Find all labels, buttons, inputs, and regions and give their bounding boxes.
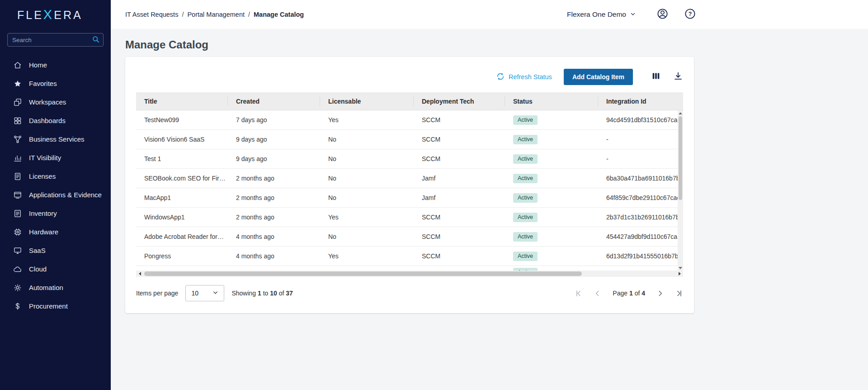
previous-page-button[interactable] (594, 290, 601, 297)
scroll-right-arrow-icon[interactable] (676, 271, 683, 277)
table-row[interactable]: WindowsApp1 2 months ago Yes SCCM Active… (136, 208, 683, 227)
cell-integration-id: - (598, 136, 683, 143)
column-header-licensable[interactable]: Licensable (320, 96, 414, 106)
table-row[interactable]: MacApp1 2 months ago No Jamf Active 64f8… (136, 188, 683, 208)
sidebar-item-automation[interactable]: Automation (0, 278, 111, 297)
download-icon (673, 71, 683, 83)
sidebar-search (7, 33, 104, 47)
cell-licensable: No (320, 155, 414, 162)
column-settings-button[interactable] (651, 71, 661, 83)
cell-deployment-tech: SCCM (414, 116, 505, 124)
cell-licensable: Yes (320, 252, 414, 260)
sidebar-item-procurement[interactable]: Procurement (0, 297, 111, 315)
breadcrumb-it-asset-requests[interactable]: IT Asset Requests (125, 11, 178, 18)
sidebar-item-hardware[interactable]: Hardware (0, 223, 111, 241)
vertical-scrollbar[interactable] (678, 110, 683, 271)
star-icon (13, 79, 22, 88)
sidebar-item-label: Cloud (29, 265, 47, 273)
sidebar-item-business-services[interactable]: Business Services (0, 130, 111, 148)
cell-deployment-tech: SCCM (414, 155, 505, 162)
status-badge: Active (513, 213, 538, 222)
column-header-created[interactable]: Created (228, 96, 320, 106)
column-header-title[interactable]: Title (136, 96, 228, 106)
sidebar-item-dashboards[interactable]: Dashboards (0, 111, 111, 130)
sidebar-item-label: Applications & Evidence (29, 191, 102, 199)
column-header-deployment-tech[interactable]: Deployment Tech (414, 96, 505, 106)
sidebar-item-licenses[interactable]: Licenses (0, 167, 111, 185)
cell-integration-id: 2b37d1c31b26911016b7b… (598, 214, 683, 221)
breadcrumb-portal-management[interactable]: Portal Management (187, 11, 245, 18)
sidebar-item-favorites[interactable]: Favorites (0, 74, 111, 93)
export-button[interactable] (673, 71, 683, 83)
card-toolbar: Refresh Status Add Catalog Item (125, 57, 694, 92)
account-button[interactable] (656, 8, 669, 22)
column-header-integration-id[interactable]: Integration Id (598, 96, 683, 106)
add-catalog-item-button[interactable]: Add Catalog Item (564, 69, 633, 85)
licenses-icon (13, 172, 22, 181)
cell-licensable: No (320, 194, 414, 201)
vertical-scroll-thumb[interactable] (679, 116, 682, 200)
scroll-up-arrow-icon[interactable] (678, 110, 683, 116)
scroll-down-arrow-icon[interactable] (678, 265, 683, 271)
status-badge: Active (513, 154, 538, 164)
cell-title: WindowsApp1 (136, 214, 228, 221)
org-name: Flexera One Demo (567, 10, 626, 19)
page-indicator: Page 1 of 4 (613, 290, 645, 297)
table-row[interactable]: Pongress 4 months ago Yes SCCM Active 6d… (136, 247, 683, 266)
account-icon (656, 8, 669, 22)
flexera-logo[interactable]: FLEXERA (0, 0, 111, 22)
sidebar-item-label: Procurement (29, 302, 68, 310)
sidebar-item-label: Dashboards (29, 117, 66, 124)
sidebar: FLEXERA Home Favorites Workspaces Da (0, 0, 111, 390)
horizontal-scroll-thumb[interactable] (144, 271, 582, 276)
scroll-left-arrow-icon[interactable] (136, 271, 143, 277)
table-row[interactable]: SEOBook.com SEO for Fir… 2 months ago No… (136, 169, 683, 188)
applications-evidence-icon (13, 190, 22, 200)
table-row[interactable]: TestNew099 7 days ago Yes SCCM Active 94… (136, 110, 683, 130)
page-title: Manage Catalog (125, 38, 868, 51)
hardware-icon (13, 228, 22, 237)
last-page-button[interactable] (675, 290, 683, 297)
table-row[interactable]: Adobe Acrobat Reader for… 4 months ago N… (136, 227, 683, 247)
cell-deployment-tech: Jamf (414, 175, 505, 182)
next-page-button[interactable] (656, 290, 664, 297)
logo-x: X (43, 7, 54, 22)
sidebar-item-it-visibility[interactable]: IT Visibility (0, 148, 111, 167)
sidebar-item-label: IT Visibility (29, 154, 61, 162)
refresh-status-button[interactable]: Refresh Status (496, 72, 552, 82)
dashboards-icon (13, 116, 22, 125)
help-icon: ? (684, 8, 696, 22)
search-input[interactable] (7, 33, 104, 47)
cell-deployment-tech: Jamf (414, 194, 505, 201)
horizontal-scrollbar[interactable] (136, 271, 683, 277)
topbar: IT Asset Requests / Portal Management / … (111, 0, 868, 29)
cell-created: 7 days ago (228, 116, 320, 124)
inventory-icon (13, 209, 22, 218)
logo-text: FLE (17, 9, 43, 21)
it-visibility-icon (13, 153, 22, 162)
org-selector[interactable]: Flexera One Demo (567, 10, 636, 19)
cell-title: Vision6 Vision6 SaaS (136, 136, 228, 143)
first-page-button[interactable] (575, 290, 582, 297)
cell-deployment-tech: SCCM (414, 252, 505, 260)
catalog-table: Title Created Licensable Deployment Tech… (136, 92, 683, 277)
sidebar-item-inventory[interactable]: Inventory (0, 204, 111, 223)
sidebar-item-saas[interactable]: SaaS (0, 241, 111, 260)
cell-licensable: Yes (320, 214, 414, 221)
sidebar-item-workspaces[interactable]: Workspaces (0, 93, 111, 111)
cell-integration-id: 454427a9dbf9d110c67ca… (598, 233, 683, 240)
sidebar-item-cloud[interactable]: Cloud (0, 260, 111, 278)
help-button[interactable]: ? (684, 8, 696, 22)
table-row[interactable]: Vision6 Vision6 SaaS 9 days ago No SCCM … (136, 130, 683, 149)
sidebar-item-applications-evidence[interactable]: Applications & Evidence (0, 185, 111, 204)
cell-created: 4 months ago (228, 252, 320, 260)
sidebar-item-home[interactable]: Home (0, 56, 111, 74)
cell-title: TestNew099 (136, 116, 228, 124)
column-header-status[interactable]: Status (505, 96, 598, 106)
cell-created: 2 months ago (228, 194, 320, 201)
table-row[interactable]: Test 1 9 days ago No SCCM Active - (136, 149, 683, 169)
business-services-icon (13, 135, 22, 144)
breadcrumb-separator: / (182, 11, 184, 18)
table-row-partial[interactable]: Active (136, 266, 683, 271)
items-per-page-select[interactable]: 10 (185, 285, 224, 301)
